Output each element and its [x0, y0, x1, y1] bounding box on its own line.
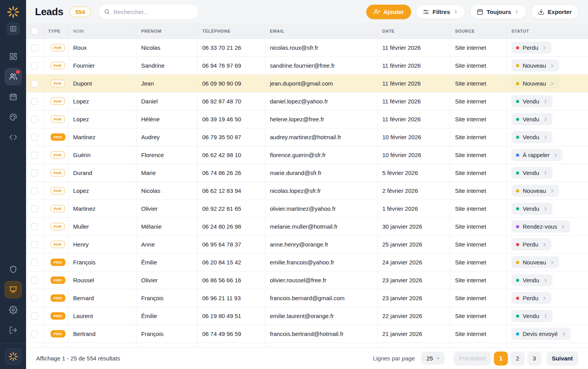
status-pill[interactable]: Perdu: [511, 292, 551, 304]
prenom-cell: Sandrine: [136, 57, 198, 74]
status-dot: [516, 315, 519, 318]
row-select-cell: [26, 182, 44, 199]
status-pill[interactable]: Vendu: [511, 95, 553, 107]
row-checkbox[interactable]: [31, 80, 38, 87]
row-select-cell: [26, 254, 44, 271]
row-checkbox[interactable]: [31, 277, 38, 284]
table-row[interactable]: PARDupontJean06 09 90 90 09jean.dupont@g…: [26, 75, 588, 93]
nom-cell: Guérin: [68, 146, 136, 164]
table-row[interactable]: PARLopezDaniel06 92 87 48 70daniel.lopez…: [26, 93, 588, 110]
table-row[interactable]: PRORousselOlivier06 86 56 66 16olivier.r…: [26, 271, 588, 289]
add-button[interactable]: Ajouter: [366, 5, 411, 19]
filters-button[interactable]: Filtres: [416, 5, 465, 19]
status-pill[interactable]: Vendu: [511, 131, 553, 143]
chevron-down-icon: [436, 356, 441, 361]
table-row[interactable]: PARDurandMarie06 74 86 26 26marie.durand…: [26, 164, 588, 182]
status-dot: [516, 225, 519, 228]
status-pill[interactable]: Devis envoyé: [511, 328, 571, 340]
page-button-2[interactable]: 2: [511, 352, 525, 366]
type-cell: PAR: [44, 75, 68, 92]
rows-per-page-select[interactable]: 25: [421, 352, 445, 365]
table-row[interactable]: PROBertrandFrançois06 74 49 96 59francoi…: [26, 325, 588, 343]
row-checkbox[interactable]: [31, 313, 38, 320]
sidebar-item-calendar[interactable]: [5, 88, 22, 105]
status-pill[interactable]: Vendu: [511, 167, 553, 179]
sidebar-item-users[interactable]: [5, 68, 22, 85]
row-checkbox[interactable]: [31, 187, 38, 194]
table-row[interactable]: PARHenryAnne06 95 64 78 37anne.henry@ora…: [26, 236, 588, 254]
status-pill[interactable]: Vendu: [511, 113, 553, 125]
previous-page-button[interactable]: Précédent: [453, 352, 491, 366]
table-row[interactable]: PARMartinezOlivier06 92 22 81 65olivier.…: [26, 200, 588, 218]
row-checkbox[interactable]: [31, 205, 38, 212]
table-row[interactable]: PARRouxNicolas06 33 70 21 26nicolas.roux…: [26, 39, 588, 57]
status-pill[interactable]: Rendez-vous: [511, 220, 570, 233]
row-checkbox[interactable]: [31, 116, 38, 123]
sidebar-item-shield[interactable]: [5, 261, 22, 278]
status-pill[interactable]: Perdu: [511, 42, 551, 54]
column-header-statut: STATUT: [507, 23, 588, 38]
status-pill[interactable]: Nouveau: [511, 77, 559, 89]
row-checkbox[interactable]: [31, 170, 38, 177]
panel-collapse-icon[interactable]: [7, 22, 20, 35]
table-row[interactable]: PARGuérinFlorence06 62 42 98 10florence.…: [26, 146, 588, 164]
status-pill[interactable]: Vendu: [511, 274, 553, 286]
status-pill[interactable]: Vendu: [511, 203, 553, 215]
sidebar-item-palette[interactable]: [5, 108, 22, 126]
status-pill[interactable]: Nouveau: [511, 256, 559, 268]
row-checkbox[interactable]: [31, 259, 38, 266]
nom-cell: Martinez: [68, 128, 136, 146]
source-cell: Site internet: [450, 93, 507, 110]
type-badge: PAR: [51, 205, 65, 213]
row-checkbox[interactable]: [31, 295, 38, 302]
table-row[interactable]: PROBernardFrançois06 96 21 11 93francois…: [26, 289, 588, 307]
table-row[interactable]: PARFournierSandrine06 94 76 97 69sandrin…: [26, 57, 588, 75]
empty-cell: [450, 343, 507, 347]
nom-cell: Henry: [68, 236, 136, 253]
pagination-bar: Affichage 1 - 25 de 554 résultats Lignes…: [26, 347, 588, 369]
statut-cell: Perdu: [507, 39, 588, 56]
table-row[interactable]: PARLopezHélène06 39 19 46 50helene.lopez…: [26, 110, 588, 128]
table-row[interactable]: PROMartinezAudrey06 79 35 50 87audrey.ma…: [26, 128, 588, 146]
table-row[interactable]: PARLopezNicolas06 62 12 83 94nicolas.lop…: [26, 182, 588, 200]
type-cell: PRO: [44, 254, 68, 271]
status-pill[interactable]: Vendu: [511, 310, 553, 322]
row-checkbox[interactable]: [31, 44, 38, 51]
page-button-3[interactable]: 3: [527, 352, 541, 366]
row-checkbox[interactable]: [31, 134, 38, 141]
status-pill[interactable]: Nouveau: [511, 185, 559, 197]
next-page-button[interactable]: Suivant: [546, 352, 578, 366]
row-checkbox[interactable]: [31, 152, 38, 159]
sidebar-item-presentation[interactable]: [5, 281, 22, 298]
statut-cell: Vendu: [507, 200, 588, 217]
sidebar-item-gear[interactable]: [5, 301, 22, 318]
table-row[interactable]: PARMullerMélanie06 24 80 26 98melanie.mu…: [26, 218, 588, 236]
sidebar-item-code[interactable]: [5, 129, 22, 146]
status-pill[interactable]: À rappeler: [511, 149, 563, 161]
row-checkbox[interactable]: [31, 98, 38, 105]
row-checkbox[interactable]: [31, 331, 38, 338]
export-button[interactable]: Exporter: [531, 5, 578, 19]
starburst-logo-icon[interactable]: [5, 348, 21, 365]
sidebar-item-layout-dashboard[interactable]: [5, 48, 22, 65]
row-checkbox[interactable]: [31, 223, 38, 230]
row-select-cell: [26, 57, 44, 74]
date-cell: 21 janvier 2026: [378, 325, 450, 343]
row-checkbox[interactable]: [31, 241, 38, 248]
date-cell: 24 janvier 2026: [378, 254, 450, 271]
search-input[interactable]: [114, 9, 194, 15]
page-button-1[interactable]: 1: [494, 352, 508, 366]
table-row[interactable]: PROLaurentÉmilie06 19 80 49 51emilie.lau…: [26, 307, 588, 325]
table-row[interactable]: PROFrançoisÉmilie06 20 84 15 42emilie.fr…: [26, 254, 588, 271]
email-cell: helene.lopez@free.fr: [265, 110, 378, 128]
status-pill[interactable]: Nouveau: [511, 59, 559, 72]
column-header-prenom: PRÉNOM: [136, 23, 198, 38]
status-pill[interactable]: Perdu: [511, 238, 551, 250]
row-checkbox[interactable]: [31, 62, 38, 69]
search-box[interactable]: [99, 5, 198, 19]
period-button[interactable]: Toujours: [470, 5, 526, 19]
select-all-checkbox[interactable]: [31, 28, 38, 35]
row-select-cell: [26, 110, 44, 128]
prenom-cell: Florence: [136, 146, 198, 164]
sidebar-item-logout[interactable]: [5, 322, 22, 339]
